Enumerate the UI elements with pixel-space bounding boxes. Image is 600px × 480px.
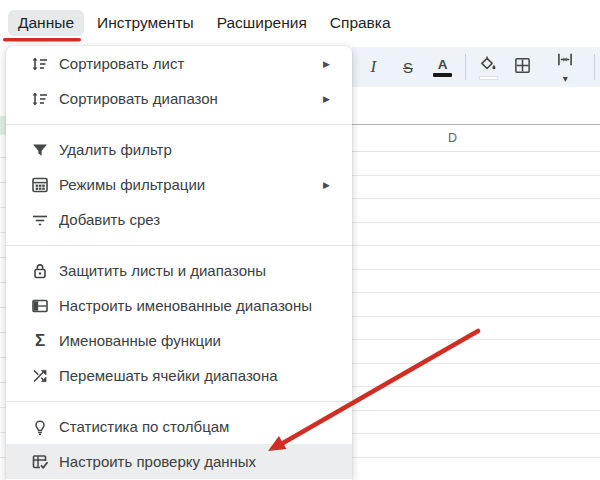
- menu-tab-tools[interactable]: Инструменты: [87, 10, 204, 36]
- lock-icon: [30, 261, 50, 281]
- text-color-button[interactable]: A: [425, 51, 460, 83]
- filter-icon: [30, 140, 50, 160]
- menu-item-label: Добавить срез: [59, 211, 160, 228]
- menu-item-named-ranges[interactable]: Настроить именованные диапазоны: [6, 288, 352, 323]
- sigma-icon: Σ: [30, 331, 50, 351]
- merge-dropdown-caret[interactable]: ▾: [563, 73, 568, 84]
- submenu-caret-icon: ▶: [323, 94, 330, 104]
- menu-item-label: Сортировать диапазон: [59, 90, 218, 107]
- menu-item-label: Перемешать ячейки диапазона: [59, 367, 278, 384]
- menu-item-label: Именованные функции: [59, 332, 221, 349]
- submenu-caret-icon: ▶: [323, 59, 330, 69]
- menu-item-label: Сортировать лист: [59, 55, 184, 72]
- borders-button[interactable]: [506, 51, 541, 83]
- italic-button[interactable]: I: [356, 51, 391, 83]
- menu-item-data-validation[interactable]: Настроить проверку данных: [6, 444, 352, 479]
- submenu-caret-icon: ▶: [323, 180, 330, 190]
- borders-icon: [513, 56, 532, 79]
- menu-divider: [6, 393, 352, 409]
- strikethrough-button[interactable]: S: [391, 51, 426, 83]
- sheet-cells-area[interactable]: [352, 152, 600, 480]
- menu-item-add-slicer[interactable]: Добавить срез: [6, 202, 352, 237]
- menu-item-sort-sheet[interactable]: Сортировать лист ▶: [6, 46, 352, 81]
- menu-tab-data[interactable]: Данные: [8, 10, 84, 36]
- menu-item-filter-views[interactable]: Режимы фильтрации ▶: [6, 167, 352, 202]
- toolbar-divider: [594, 54, 595, 80]
- lightbulb-icon: [30, 417, 50, 437]
- menu-divider: [6, 237, 352, 253]
- menu-divider: [6, 116, 352, 132]
- data-validation-icon: [30, 452, 50, 472]
- text-color-swatch: [433, 73, 452, 77]
- menu-tab-help[interactable]: Справка: [320, 10, 401, 36]
- google-sheets-window: D I S A: [0, 0, 600, 480]
- strikethrough-icon: S: [403, 59, 413, 76]
- fill-color-button[interactable]: [471, 51, 506, 83]
- named-ranges-icon: [30, 296, 50, 316]
- menu-item-column-stats[interactable]: Статистика по столбцам: [6, 409, 352, 444]
- fill-color-icon: [479, 55, 497, 74]
- column-header-row[interactable]: D: [352, 124, 600, 152]
- menu-item-protect-sheets[interactable]: Защитить листы и диапазоны: [6, 253, 352, 288]
- text-color-icon: A: [438, 58, 448, 71]
- fill-color-swatch: [479, 76, 498, 80]
- sort-range-icon: [30, 89, 50, 109]
- menu-item-label: Статистика по столбцам: [59, 418, 229, 435]
- column-header-d[interactable]: D: [448, 131, 457, 145]
- merge-cells-icon: [555, 50, 575, 73]
- shuffle-icon: [30, 366, 50, 386]
- merge-cells-button[interactable]: ▾: [540, 51, 589, 83]
- formatting-toolbar: I S A: [352, 47, 600, 87]
- sort-sheet-icon: [30, 54, 50, 74]
- data-menu-dropdown: Сортировать лист ▶ Сортировать диапазон …: [6, 46, 352, 480]
- spreadsheet-grid[interactable]: D: [352, 124, 600, 480]
- menu-item-label: Настроить именованные диапазоны: [59, 297, 312, 314]
- toolbar-divider: [465, 54, 466, 80]
- italic-icon: I: [371, 57, 377, 77]
- menu-item-sort-range[interactable]: Сортировать диапазон ▶: [6, 81, 352, 116]
- menu-bar: Данные Инструменты Расширения Справка: [0, 0, 600, 46]
- menu-item-named-functions[interactable]: Σ Именованные функции: [6, 323, 352, 358]
- menu-item-label: Удалить фильтр: [59, 141, 172, 158]
- menu-item-label: Защитить листы и диапазоны: [59, 262, 266, 279]
- menu-item-randomize-range[interactable]: Перемешать ячейки диапазона: [6, 358, 352, 393]
- slicer-icon: [30, 210, 50, 230]
- menu-item-label: Режимы фильтрации: [59, 176, 205, 193]
- menu-item-label: Настроить проверку данных: [59, 453, 256, 470]
- filter-views-icon: [30, 175, 50, 195]
- menu-tab-extensions[interactable]: Расширения: [207, 10, 317, 36]
- menu-item-remove-filter[interactable]: Удалить фильтр: [6, 132, 352, 167]
